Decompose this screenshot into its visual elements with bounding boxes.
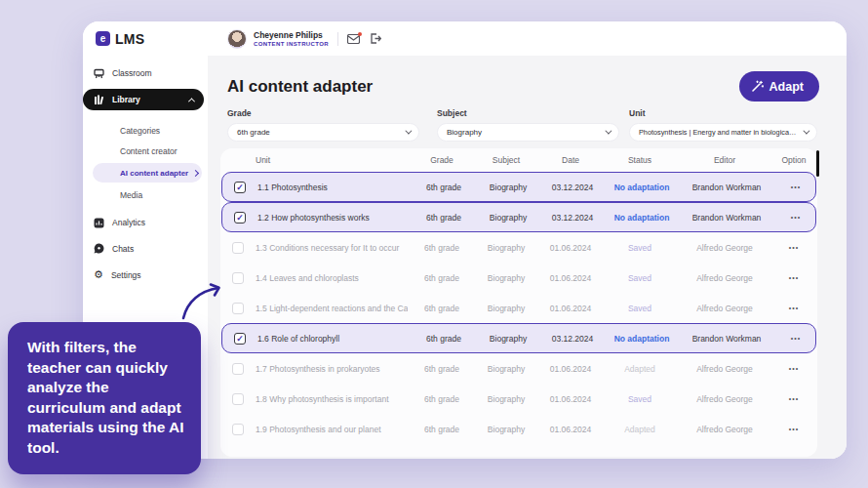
- column-header-status: Status: [605, 155, 675, 165]
- cell-unit: 1.8 Why photosynthesis is important: [256, 394, 408, 404]
- table-row[interactable]: 1.8 Why photosynthesis is important6th g…: [220, 384, 817, 414]
- row-checkbox[interactable]: [232, 363, 244, 375]
- row-checkbox[interactable]: [232, 272, 244, 284]
- row-options-button[interactable]: •••: [776, 214, 815, 221]
- row-checkbox[interactable]: ✓: [234, 212, 246, 224]
- filter-subject: Subject Biography: [437, 108, 619, 142]
- row-options-button[interactable]: •••: [774, 274, 813, 281]
- cell-editor: Alfredo George: [675, 364, 774, 374]
- cell-date: 03.12.2024: [538, 183, 607, 192]
- cell-subject: Biography: [478, 213, 538, 223]
- chevron-down-icon: [405, 128, 412, 135]
- sidebar-item-categories[interactable]: Categories: [83, 120, 208, 141]
- cell-date: 01.06.2024: [536, 394, 605, 404]
- column-header-editor: Editor: [675, 155, 774, 165]
- cell-grade: 6th grade: [410, 334, 478, 344]
- annotation-tooltip: With filters, the teacher can quickly an…: [8, 322, 201, 474]
- user-role: CONTENT INSTRUCTOR: [254, 41, 329, 47]
- sidebar-item-analytics[interactable]: Analytics: [83, 210, 208, 235]
- annotation-text: With filters, the teacher can quickly an…: [27, 339, 184, 456]
- unit-select-value: Photosynthesis | Energy and matter in bi…: [639, 128, 797, 137]
- cell-unit: 1.7 Photosynthesis in prokaryotes: [256, 364, 408, 374]
- main-content: AI content adapter Adapt Grade 6th grade…: [208, 56, 847, 459]
- row-options-button[interactable]: •••: [774, 395, 813, 402]
- table-row[interactable]: 1.9 Photosynthesis and our planet6th gra…: [220, 414, 817, 444]
- table-row[interactable]: ✓1.2 How photosynthesis works6th gradeBi…: [221, 202, 816, 232]
- sidebar-item-label: Content creator: [120, 146, 178, 156]
- sidebar-item-content-creator[interactable]: Content creator: [83, 141, 208, 161]
- adapt-button[interactable]: Adapt: [739, 71, 819, 102]
- cell-date: 03.12.2024: [538, 213, 607, 223]
- sidebar-item-ai-content-adapter[interactable]: AI content adapter: [93, 163, 202, 183]
- avatar[interactable]: [227, 29, 247, 49]
- chevron-down-icon: [803, 128, 809, 135]
- cell-editor: Brandon Workman: [677, 334, 776, 344]
- user-block[interactable]: Cheyenne Philips CONTENT INSTRUCTOR: [227, 29, 329, 49]
- cell-editor: Alfredo George: [675, 425, 774, 434]
- cell-grade: 6th grade: [408, 273, 476, 283]
- mail-icon[interactable]: [347, 34, 360, 44]
- table-row[interactable]: ✓1.6 Role of chlorophyll6th gradeBiograp…: [221, 323, 816, 353]
- sidebar-item-media[interactable]: Media: [83, 184, 208, 205]
- scrollbar-thumb[interactable]: [816, 150, 819, 177]
- cell-unit: 1.9 Photosynthesis and our planet: [256, 425, 408, 434]
- logout-icon[interactable]: [370, 33, 381, 44]
- status-badge: No adaptation: [607, 183, 677, 192]
- cell-editor: Alfredo George: [675, 394, 774, 404]
- chevron-up-icon: [188, 98, 195, 104]
- row-checkbox[interactable]: ✓: [234, 333, 246, 345]
- cell-unit: 1.6 Role of chlorophyll: [257, 334, 410, 344]
- table-header: UnitGradeSubjectDateStatusEditorOption: [220, 148, 817, 172]
- sidebar-item-label: Settings: [111, 270, 141, 280]
- row-checkbox[interactable]: [232, 303, 244, 314]
- cell-unit: 1.4 Leaves and chloroplasts: [256, 273, 408, 283]
- column-header-option: Option: [774, 155, 813, 165]
- row-checkbox[interactable]: [232, 424, 244, 435]
- user-name: Cheyenne Philips: [254, 30, 329, 41]
- row-options-button[interactable]: •••: [774, 305, 813, 311]
- row-options-button[interactable]: •••: [774, 426, 813, 432]
- cell-date: 01.06.2024: [536, 273, 605, 283]
- table-row[interactable]: ✓1.1 Photosynthesis6th gradeBiography03.…: [221, 172, 816, 202]
- row-options-button[interactable]: •••: [774, 244, 813, 251]
- column-header-unit: Unit: [256, 155, 408, 165]
- row-options-button[interactable]: •••: [776, 335, 815, 342]
- cell-grade: 6th grade: [408, 243, 476, 253]
- sidebar-item-library[interactable]: Library: [83, 89, 204, 110]
- status-badge: Adapted: [605, 364, 675, 374]
- analytics-icon: [94, 218, 104, 228]
- column-header-subject: Subject: [476, 155, 536, 165]
- subject-select[interactable]: Biography: [437, 123, 619, 142]
- sidebar-item-chats[interactable]: Chats: [83, 235, 208, 262]
- row-checkbox[interactable]: ✓: [234, 182, 246, 193]
- status-badge: No adaptation: [607, 213, 677, 223]
- cell-date: 01.06.2024: [536, 425, 605, 434]
- status-badge: Saved: [605, 243, 675, 253]
- unit-select[interactable]: Photosynthesis | Energy and matter in bi…: [629, 123, 817, 142]
- table-row[interactable]: 1.4 Leaves and chloroplasts6th gradeBiog…: [220, 263, 817, 293]
- sidebar-item-classroom[interactable]: Classroom: [83, 63, 208, 83]
- table-row[interactable]: 1.5 Light-dependent reactions and the Ca…: [220, 293, 817, 323]
- filter-subject-label: Subject: [437, 108, 619, 118]
- row-options-button[interactable]: •••: [776, 183, 815, 190]
- cell-editor: Brandon Workman: [677, 183, 776, 192]
- cell-subject: Biography: [478, 183, 538, 192]
- cell-subject: Biography: [478, 334, 538, 344]
- row-checkbox[interactable]: [232, 393, 244, 405]
- row-checkbox[interactable]: [232, 242, 244, 254]
- sidebar-item-label: Chats: [112, 244, 134, 254]
- table-row[interactable]: 1.7 Photosynthesis in prokaryotes6th gra…: [220, 353, 817, 384]
- cell-subject: Biography: [476, 273, 536, 283]
- cell-unit: 1.2 How photosynthesis works: [257, 213, 410, 223]
- cell-editor: Alfredo George: [675, 273, 774, 283]
- logo-text: LMS: [115, 31, 144, 47]
- grade-select[interactable]: 6th grade: [227, 123, 419, 142]
- cell-date: 01.06.2024: [536, 243, 605, 253]
- cell-subject: Biography: [476, 394, 536, 404]
- table-body: ✓1.1 Photosynthesis6th gradeBiography03.…: [220, 172, 817, 444]
- sidebar-item-label: AI content adapter: [120, 169, 188, 178]
- table-row[interactable]: 1.3 Conditions necessary for It to occur…: [220, 232, 817, 263]
- row-options-button[interactable]: •••: [774, 365, 813, 372]
- column-header-grade: Grade: [408, 155, 476, 165]
- chats-icon: [94, 243, 104, 254]
